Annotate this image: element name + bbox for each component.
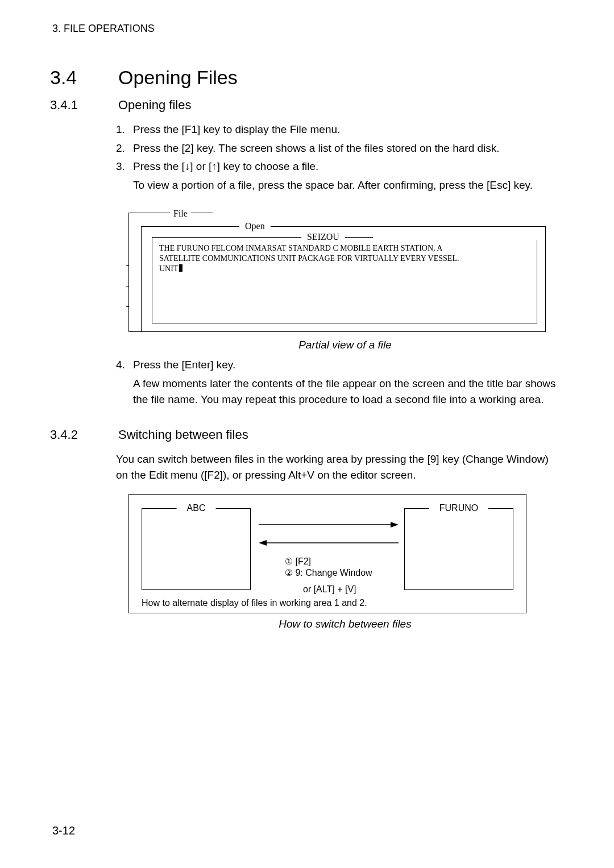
subsection-341-heading: 3.4.1 Opening files	[50, 98, 562, 113]
fig2-bottom-text: How to alternate display of files in wor…	[142, 598, 367, 608]
step-4: 4. Press the [Enter] key.	[116, 357, 562, 373]
figure-1-caption: Partial view of a file	[128, 339, 562, 351]
figure-1-container: File Open SEIZOU THE FURUNO FELCOM INMAR…	[128, 203, 562, 351]
subsection-342-title: Switching between files	[118, 427, 248, 442]
subsection-341-title: Opening files	[118, 98, 191, 113]
preview-line: THE FURUNO FELCOM INMARSAT STANDARD C MO…	[159, 244, 442, 252]
step-number: 1.	[116, 122, 133, 138]
step-2: 2. Press the [2] key. The screen shows a…	[116, 140, 562, 157]
tick-mark	[126, 265, 129, 266]
preview-line: SATELLITE COMMUNICATIONS UNIT PACKAGE FO…	[159, 254, 459, 263]
section-title: Opening Files	[118, 67, 238, 89]
step-number: 2.	[116, 140, 133, 157]
text-cursor-icon	[179, 264, 182, 272]
fig2-line3: or [ALT] + [V]	[303, 584, 356, 595]
file-menu-label: File	[170, 209, 191, 219]
subsection-341-number: 3.4.1	[50, 98, 91, 113]
fig2-line2: ② 9: Change Window	[285, 567, 372, 578]
step-3: 3. Press the [↓] or [↑] key to choose a …	[116, 159, 562, 175]
figure-2-container: ABC FURUNO ① [F2] ② 9: Change Window or …	[128, 494, 562, 630]
page-header: 3. FILE OPERATIONS	[52, 23, 562, 35]
fig2-line1: ① [F2]	[285, 556, 311, 567]
arrow-left-icon	[259, 539, 399, 547]
svg-marker-1	[391, 522, 399, 528]
tick-mark	[126, 306, 129, 307]
steps-list-cont: 4. Press the [Enter] key.	[116, 357, 562, 373]
section-number: 3.4	[50, 67, 91, 89]
subsection-342-heading: 3.4.2 Switching between files	[50, 427, 562, 442]
step-3-subtext: To view a portion of a file, press the s…	[133, 177, 562, 194]
window-abc: ABC	[142, 508, 251, 590]
step-text: Press the [Enter] key.	[133, 357, 562, 373]
open-dialog-box: Open SEIZOU THE FURUNO FELCOM INMARSAT S…	[141, 226, 546, 332]
seizou-label: SEIZOU	[301, 232, 345, 242]
step-text: Press the [2] key. The screen shows a li…	[133, 140, 562, 157]
figure-2: ABC FURUNO ① [F2] ② 9: Change Window or …	[128, 494, 526, 613]
figure-2-caption: How to switch between files	[128, 618, 562, 630]
window-furuno: FURUNO	[404, 508, 513, 590]
file-preview-box: SEIZOU THE FURUNO FELCOM INMARSAT STANDA…	[152, 237, 537, 323]
open-label: Open	[239, 221, 271, 231]
step-text: Press the [↓] or [↑] key to choose a fil…	[133, 159, 562, 175]
svg-marker-3	[259, 540, 267, 546]
step-1: 1. Press the [F1] key to display the Fil…	[116, 122, 562, 138]
tick-mark	[126, 286, 129, 286]
step-text: Press the [F1] key to display the File m…	[133, 122, 562, 138]
step-4-subtext: A few moments later the contents of the …	[133, 376, 562, 408]
subsection-342-para: You can switch between files in the work…	[116, 451, 562, 484]
step-number: 3.	[116, 159, 133, 175]
arrow-right-icon	[259, 521, 399, 529]
file-preview-text: THE FURUNO FELCOM INMARSAT STANDARD C MO…	[152, 238, 537, 280]
subsection-342-number: 3.4.2	[50, 427, 91, 442]
window-furuno-label: FURUNO	[429, 503, 488, 513]
page-number: 3-12	[52, 824, 75, 837]
step-number: 4.	[116, 357, 133, 373]
section-heading: 3.4 Opening Files	[50, 67, 562, 89]
steps-list: 1. Press the [F1] key to display the Fil…	[116, 122, 562, 175]
window-abc-label: ABC	[177, 503, 216, 513]
figure-1: File Open SEIZOU THE FURUNO FELCOM INMAR…	[128, 203, 538, 334]
preview-line: UNIT	[159, 264, 178, 273]
